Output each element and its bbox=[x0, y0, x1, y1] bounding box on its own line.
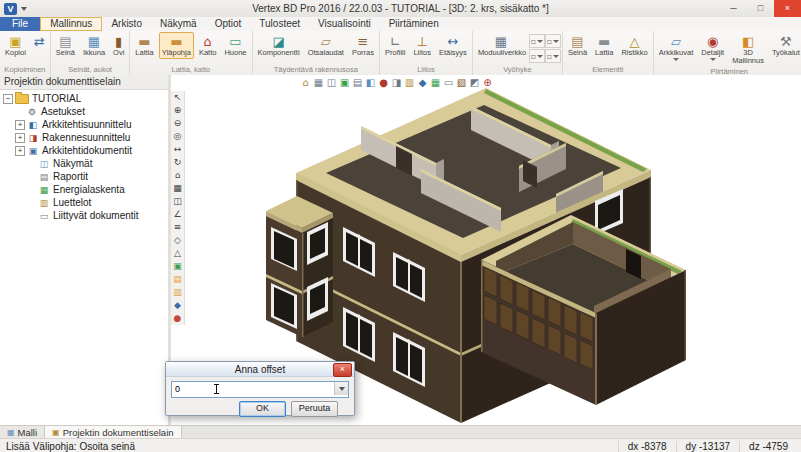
cancel-button[interactable]: Peruuta bbox=[291, 401, 338, 417]
zoom-out-tool-icon[interactable]: ⊖ bbox=[171, 117, 184, 130]
tree-item-arkkitehtidokumentit[interactable]: +▣Arkkitehtidokumentit bbox=[0, 144, 168, 157]
select-tool-icon[interactable]: ↖ bbox=[171, 91, 184, 104]
front-view-icon[interactable]: ◧ bbox=[364, 76, 377, 89]
section-view-icon[interactable]: ◫ bbox=[325, 76, 338, 89]
minimize-button[interactable]: ─ bbox=[720, 0, 747, 17]
light-tool-icon[interactable]: ● bbox=[171, 312, 184, 325]
expand-icon[interactable]: + bbox=[15, 146, 25, 156]
ribbon-button-elementti-seina[interactable]: ▤Seinä bbox=[565, 32, 590, 59]
menu-item-visualisointi[interactable]: Visualisointi bbox=[309, 17, 380, 31]
dialog-close-button[interactable]: × bbox=[333, 363, 352, 377]
project-tree: −TUTORIAL⚙Asetukset+◧Arkkitehtisuunnitte… bbox=[0, 90, 168, 222]
measure-tool-icon[interactable]: △ bbox=[171, 247, 184, 260]
ribbon-button-huone[interactable]: ▭Huone bbox=[221, 32, 249, 59]
tree-item-nakymat[interactable]: ◫Näkymät bbox=[0, 157, 168, 170]
ribbon-button-kopioi[interactable]: ▣Kopioi bbox=[2, 32, 29, 59]
ribbon-button-siirra[interactable]: ⇄ bbox=[31, 32, 48, 51]
ribbon-button-ovi[interactable]: ▮Ovi bbox=[110, 32, 127, 59]
side-view-icon[interactable]: ◨ bbox=[390, 76, 403, 89]
ribbon-button-katto[interactable]: ⌂Katto bbox=[196, 32, 220, 59]
ribbon-button-label: Työkalut bbox=[772, 49, 800, 57]
layers-view-icon[interactable]: ▤ bbox=[351, 76, 364, 89]
tree-item-asetukset[interactable]: ⚙Asetukset bbox=[0, 105, 168, 118]
expand-icon[interactable]: + bbox=[15, 120, 25, 130]
snap-tool-icon[interactable]: ◇ bbox=[171, 234, 184, 247]
view-tool-icon[interactable]: ◫ bbox=[171, 195, 184, 208]
ribbon-button-ristikko[interactable]: △Ristikko bbox=[618, 32, 650, 59]
pan-tool-icon[interactable]: ↔ bbox=[171, 143, 184, 156]
ribbon-group-label: Liitos bbox=[381, 65, 471, 75]
ribbon-button-3d-mallinnus[interactable]: ◧3D Mallinnus bbox=[729, 32, 767, 67]
rotate-tool-icon[interactable]: ↻ bbox=[171, 156, 184, 169]
shadow-view-icon[interactable]: ◩ bbox=[468, 76, 481, 89]
ribbon-button-seina[interactable]: ▤Seinä bbox=[53, 32, 78, 59]
ok-button[interactable]: OK bbox=[239, 401, 286, 417]
home-view-icon[interactable]: ⌂ bbox=[299, 76, 312, 89]
tree-item-liittyvat-dokumentit[interactable]: ▭Liittyvät dokumentit bbox=[0, 209, 168, 222]
record-view-icon[interactable]: ● bbox=[377, 76, 390, 89]
tree-item-rakennesuunnittelu[interactable]: +◨Rakennesuunnittelu bbox=[0, 131, 168, 144]
tree-item-tutorial[interactable]: −TUTORIAL bbox=[0, 92, 168, 105]
ribbon-button-label: Arkkikuvat bbox=[659, 49, 694, 57]
ribbon-button-otsalaudat[interactable]: ▱Otsalaudat bbox=[305, 32, 347, 59]
ribbon-button-ikkuna[interactable]: ▦Ikkuna bbox=[80, 32, 108, 59]
menu-item-arkisto[interactable]: Arkisto bbox=[102, 17, 151, 31]
quick-access-chevron-icon[interactable] bbox=[21, 7, 27, 11]
ribbon-button-ylapohja[interactable]: ▬Yläpohja bbox=[159, 32, 194, 59]
menu-item-nakyma[interactable]: Näkymä bbox=[151, 17, 206, 31]
home-tool-icon[interactable]: ⌂ bbox=[171, 169, 184, 182]
ribbon-button-lattia[interactable]: ▬Lattia bbox=[132, 32, 156, 59]
ribbon-button-arkkikuvat[interactable]: ▱Arkkikuvat bbox=[656, 32, 697, 63]
ribbon-button-vyohyke-1[interactable]: ▫ bbox=[529, 34, 545, 48]
app-logo[interactable]: V bbox=[4, 3, 17, 15]
ribbon-button-vyohyke-3[interactable]: ▫ bbox=[529, 49, 545, 63]
grid-view-icon[interactable]: ▦ bbox=[312, 76, 325, 89]
tree-item-arkkitehtisuunnittelu[interactable]: +◧Arkkitehtisuunnittelu bbox=[0, 118, 168, 131]
floor-visibility-icon[interactable]: ▥ bbox=[171, 286, 184, 299]
ribbon-button-detaljit[interactable]: ◉Detaljit bbox=[698, 32, 727, 63]
ribbon-button-porras[interactable]: ≡Porras bbox=[349, 32, 377, 59]
wall-visibility-icon[interactable]: ▤ bbox=[171, 273, 184, 286]
offset-input[interactable] bbox=[173, 383, 335, 394]
ribbon-button-elementti-lattia[interactable]: ▬Lattia bbox=[592, 32, 616, 59]
iso-view-icon[interactable]: ◆ bbox=[416, 76, 429, 89]
floor-levels-icon[interactable]: ▥ bbox=[403, 76, 416, 89]
tree-item-luettelot[interactable]: ▥Luettelot bbox=[0, 196, 168, 209]
combo-dropdown-button[interactable] bbox=[334, 382, 348, 395]
material-tool-icon[interactable]: ◆ bbox=[171, 299, 184, 312]
ribbon-button-vyohyke-4[interactable]: ▫ bbox=[545, 49, 561, 63]
angle-tool-icon[interactable]: ∠ bbox=[171, 208, 184, 221]
menu-item-mallinnus[interactable]: Mallinnus bbox=[40, 17, 102, 31]
ribbon-button-moduuliverkko[interactable]: ▦Moduuliverkko bbox=[475, 32, 527, 59]
close-button[interactable]: × bbox=[774, 0, 801, 17]
expand-icon[interactable]: + bbox=[15, 133, 25, 143]
linked-icon: ▭ bbox=[38, 211, 50, 221]
ribbon-button-profiili[interactable]: ∟Profiili bbox=[382, 32, 408, 59]
menu-item-optiot[interactable]: Optiot bbox=[206, 17, 251, 31]
zoom-extents-tool-icon[interactable]: ◎ bbox=[171, 130, 184, 143]
maximize-button[interactable]: □ bbox=[747, 0, 774, 17]
ribbon-button-komponentti[interactable]: ◪Komponentti bbox=[255, 32, 303, 59]
dialog-title-bar[interactable]: Anna offset × bbox=[166, 362, 354, 377]
ribbon-button-tyokalut[interactable]: ⚒Työkalut bbox=[769, 32, 801, 59]
ribbon-button-vyohyke-2[interactable]: ▫ bbox=[545, 34, 561, 48]
ribbon-button-liitos[interactable]: ⊥Liitos bbox=[410, 32, 434, 59]
grid-tool-icon[interactable]: ▦ bbox=[171, 182, 184, 195]
tree-item-raportit[interactable]: ▤Raportit bbox=[0, 170, 168, 183]
chevron-down-icon bbox=[339, 387, 345, 391]
frame-view-icon[interactable]: ▭ bbox=[442, 76, 455, 89]
layer-tool-icon[interactable]: ≡ bbox=[171, 221, 184, 234]
terrain-view-icon[interactable]: ▦ bbox=[429, 76, 442, 89]
ribbon-button-label: Huone bbox=[224, 49, 246, 57]
ribbon-button-etaisyys[interactable]: ↔Etäisyys bbox=[436, 32, 470, 59]
render-mode-icon[interactable]: ▣ bbox=[338, 76, 351, 89]
menu-item-tulosteet[interactable]: Tulosteet bbox=[250, 17, 309, 31]
add-view-icon[interactable]: ⊕ bbox=[481, 76, 494, 89]
collapse-icon[interactable]: − bbox=[3, 94, 13, 104]
material-view-icon[interactable]: ▧ bbox=[455, 76, 468, 89]
menu-item-file[interactable]: File bbox=[0, 17, 40, 31]
render-tool-icon[interactable]: ▣ bbox=[171, 260, 184, 273]
menu-item-piirtaminen[interactable]: Piirtäminen bbox=[380, 17, 448, 31]
tree-item-energialaskenta[interactable]: ▦Energialaskenta bbox=[0, 183, 168, 196]
zoom-in-tool-icon[interactable]: ⊕ bbox=[171, 104, 184, 117]
